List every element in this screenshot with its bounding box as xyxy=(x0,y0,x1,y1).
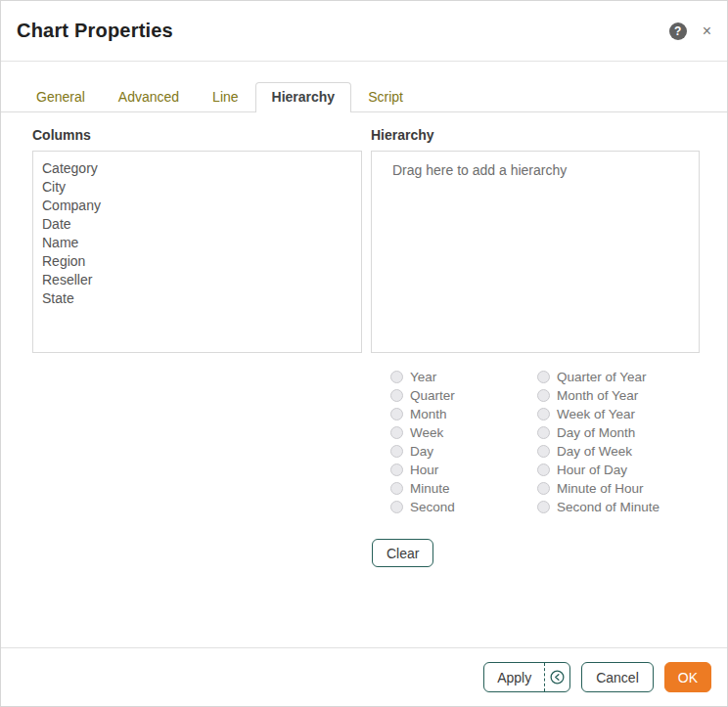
tab-bar: General Advanced Line Hierarchy Script xyxy=(1,82,727,112)
radio-quarter-of-year[interactable]: Quarter of Year xyxy=(537,368,700,386)
radio-month-of-year[interactable]: Month of Year xyxy=(537,386,700,405)
radio-circle-icon xyxy=(390,389,403,402)
radio-label: Day of Month xyxy=(557,425,635,440)
ok-button[interactable]: OK xyxy=(664,662,711,692)
radio-day-of-week[interactable]: Day of Week xyxy=(537,442,700,461)
column-item-state[interactable]: State xyxy=(42,289,361,308)
radio-circle-icon xyxy=(537,426,550,439)
radio-circle-icon xyxy=(390,408,403,420)
radio-circle-icon xyxy=(537,445,550,458)
columns-label: Columns xyxy=(32,127,362,143)
tab-script[interactable]: Script xyxy=(351,82,420,111)
radio-quarter[interactable]: Quarter xyxy=(390,386,537,405)
radio-label: Week xyxy=(410,425,443,440)
radio-label: Year xyxy=(410,370,436,384)
column-item-region[interactable]: Region xyxy=(42,252,361,271)
tab-hierarchy[interactable]: Hierarchy xyxy=(255,82,352,112)
radio-circle-icon xyxy=(390,482,403,495)
history-chevron-circle-icon xyxy=(549,669,566,685)
hierarchy-panel: Hierarchy Drag here to add a hierarchy xyxy=(371,127,700,353)
dialog-footer: Apply Cancel OK xyxy=(1,647,727,706)
radio-circle-icon xyxy=(537,501,550,513)
radio-second[interactable]: Second xyxy=(390,498,537,516)
date-level-column-left: Year Quarter Month Week Day Hour Minute … xyxy=(390,368,537,516)
radio-label: Month xyxy=(410,407,447,421)
radio-label: Hour xyxy=(410,463,438,477)
hierarchy-drop-hint: Drag here to add a hierarchy xyxy=(392,162,567,178)
radio-month[interactable]: Month xyxy=(390,405,537,423)
radio-minute-of-hour[interactable]: Minute of Hour xyxy=(537,479,700,498)
tab-general[interactable]: General xyxy=(20,82,102,111)
help-icon[interactable]: ? xyxy=(669,22,687,40)
header-icons: ? × xyxy=(669,22,711,40)
column-item-category[interactable]: Category xyxy=(42,159,361,178)
radio-circle-icon xyxy=(390,501,403,513)
radio-circle-icon xyxy=(390,445,403,458)
radio-circle-icon xyxy=(537,408,550,420)
radio-circle-icon xyxy=(390,464,403,476)
tab-line[interactable]: Line xyxy=(196,82,254,111)
radio-circle-icon xyxy=(537,389,550,402)
apply-split-button: Apply xyxy=(483,662,570,692)
radio-label: Second xyxy=(410,500,455,514)
radio-label: Minute of Hour xyxy=(557,481,644,496)
column-item-date[interactable]: Date xyxy=(42,215,361,234)
radio-circle-icon xyxy=(390,426,403,439)
radio-minute[interactable]: Minute xyxy=(390,479,537,498)
columns-panel: Columns Category City Company Date Name … xyxy=(32,127,362,353)
columns-listbox[interactable]: Category City Company Date Name Region R… xyxy=(32,151,362,353)
radio-week-of-year[interactable]: Week of Year xyxy=(537,405,700,423)
chart-properties-dialog: Chart Properties ? × General Advanced Li… xyxy=(0,0,728,707)
date-level-column-right: Quarter of Year Month of Year Week of Ye… xyxy=(537,368,700,516)
dialog-title: Chart Properties xyxy=(17,20,173,42)
hierarchy-label: Hierarchy xyxy=(371,127,700,143)
column-item-name[interactable]: Name xyxy=(42,234,361,252)
radio-label: Week of Year xyxy=(557,407,635,421)
radio-year[interactable]: Year xyxy=(390,368,537,386)
radio-label: Quarter of Year xyxy=(557,370,647,384)
radio-label: Month of Year xyxy=(557,388,638,403)
apply-history-menu-button[interactable] xyxy=(544,663,569,691)
radio-circle-icon xyxy=(390,371,403,383)
cancel-button[interactable]: Cancel xyxy=(581,662,654,692)
radio-circle-icon xyxy=(537,464,550,476)
radio-label: Quarter xyxy=(410,388,455,403)
radio-hour-of-day[interactable]: Hour of Day xyxy=(537,461,700,479)
date-level-options: Year Quarter Month Week Day Hour Minute … xyxy=(371,368,700,516)
apply-button[interactable]: Apply xyxy=(484,663,544,691)
radio-label: Day of Week xyxy=(557,444,632,459)
radio-label: Minute xyxy=(410,481,450,496)
column-item-reseller[interactable]: Reseller xyxy=(42,271,361,289)
column-item-company[interactable]: Company xyxy=(42,197,361,215)
radio-day-of-month[interactable]: Day of Month xyxy=(537,423,700,442)
column-item-city[interactable]: City xyxy=(42,178,361,197)
radio-circle-icon xyxy=(537,482,550,495)
radio-label: Second of Minute xyxy=(557,500,660,514)
radio-second-of-minute[interactable]: Second of Minute xyxy=(537,498,700,516)
close-icon[interactable]: × xyxy=(703,23,711,39)
radio-label: Day xyxy=(410,444,433,459)
radio-hour[interactable]: Hour xyxy=(390,461,537,479)
dialog-header: Chart Properties ? × xyxy=(1,1,727,62)
hierarchy-dropzone[interactable]: Drag here to add a hierarchy xyxy=(371,151,700,353)
radio-day[interactable]: Day xyxy=(390,442,537,461)
tab-advanced[interactable]: Advanced xyxy=(102,82,196,111)
clear-button[interactable]: Clear xyxy=(372,539,433,567)
radio-circle-icon xyxy=(537,371,550,383)
tab-content: Columns Category City Company Date Name … xyxy=(1,112,727,567)
radio-label: Hour of Day xyxy=(557,463,627,477)
radio-week[interactable]: Week xyxy=(390,423,537,442)
